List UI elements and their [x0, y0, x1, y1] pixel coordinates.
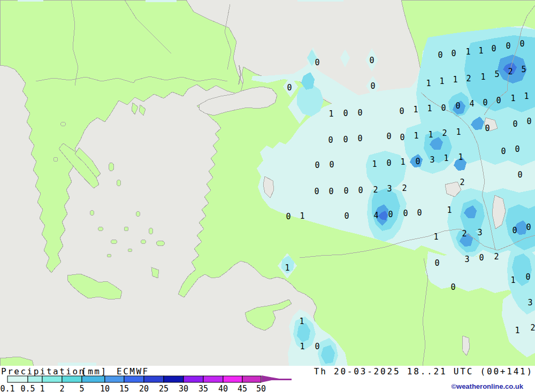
precip-value-label: 0 [526, 117, 531, 126]
footer-bar: Precipitation [mm] ECMWF Th 20-03-2025 1… [0, 366, 535, 392]
precip-value-label: 0 [438, 50, 442, 60]
precip-value-label: 1 [465, 47, 470, 57]
precip-value-label: 1 [456, 127, 461, 137]
scale-tick-label: 45 [238, 384, 247, 392]
scale-segment [223, 376, 242, 382]
precip-value-label: 0 [400, 133, 404, 142]
precip-value-label: 4 [373, 211, 378, 220]
scale-tick-label: 2 [59, 384, 64, 392]
copyright-label: ©weatheronline.co.uk [451, 382, 523, 390]
precip-value-label: 3 [464, 255, 469, 264]
precip-value-label: 0 [369, 56, 374, 65]
precip-value-label: 1 [426, 79, 431, 88]
scale-segment [203, 376, 223, 382]
precip-value-label: 0 [286, 212, 291, 221]
precip-value-label: 0 [415, 157, 420, 166]
precip-value-label: 1 [413, 105, 418, 114]
precip-value-label: 0 [512, 226, 517, 235]
precip-value-label: 3 [528, 298, 532, 308]
precip-value-label: 0 [287, 83, 292, 93]
scale-tick-label: 25 [159, 384, 169, 392]
precip-value-label: 0 [526, 222, 531, 232]
scale-segment [62, 376, 82, 382]
precip-value-label: 1 [439, 76, 444, 86]
datetime-label: Th 20-03-2025 18..21 UTC (00+141) [314, 366, 533, 376]
precip-value-label: 1 [285, 263, 289, 273]
precip-value-label: 0 [515, 144, 519, 154]
scale-tick-label: 0.1 [0, 384, 14, 392]
scale-segment [144, 376, 164, 382]
color-scale-bar [0, 366, 300, 383]
precip-value-label: 2 [442, 128, 447, 138]
precip-value-label: 1 [299, 317, 304, 326]
scale-segment [124, 376, 144, 382]
scale-tick-label: 5 [79, 384, 84, 392]
precip-value-label: 1 [372, 159, 377, 169]
scale-segment [184, 376, 203, 382]
precip-value-label: 0 [388, 210, 393, 219]
precip-value-label: 1 [300, 211, 304, 221]
scale-tick-label: 20 [139, 384, 149, 392]
precip-value-label: 2 [402, 183, 407, 193]
precip-value-label: 0 [434, 258, 439, 268]
precip-value-label: 5 [494, 70, 499, 79]
precip-value-label: 4 [469, 99, 474, 109]
precip-value-label: 0 [370, 81, 375, 91]
precip-value-label: 0 [329, 160, 334, 170]
scale-tick-label: 40 [218, 384, 228, 392]
precip-value-label: 0 [506, 41, 510, 51]
precip-value-label: 0 [525, 272, 530, 282]
scale-segment [242, 376, 261, 382]
precip-value-label: 0 [519, 39, 524, 49]
scale-segment [164, 376, 184, 382]
precip-value-label: 0 [357, 134, 362, 143]
precip-value-label: 0 [450, 282, 455, 292]
scale-segment [42, 376, 62, 382]
precip-value-label: 5 [521, 65, 526, 74]
precip-value-label: 0 [357, 108, 362, 118]
scale-segment [7, 376, 28, 382]
scale-arrow-tail [262, 379, 292, 380]
precip-value-label: 1 [300, 342, 304, 351]
precip-value-label: 0 [513, 119, 517, 129]
precip-value-label: 0 [343, 135, 348, 144]
precip-value-label: 0 [358, 186, 363, 195]
precip-value-label: 1 [447, 205, 452, 215]
scale-segment [82, 376, 105, 382]
precipitation-map: 0000100000000110001112152501100400110112… [0, 0, 535, 366]
precip-value-label: 0 [403, 209, 408, 218]
precip-value-label: 0 [451, 49, 456, 58]
scale-segments [7, 376, 261, 382]
precip-value-label: 0 [386, 158, 391, 168]
scale-tick-label: 15 [119, 384, 129, 392]
precip-value-label: 2 [462, 229, 467, 239]
precip-value-label: 0 [485, 124, 490, 133]
precip-value-label: 1 [428, 130, 433, 140]
precip-value-label: 3 [430, 155, 434, 165]
precip-value-label: 0 [501, 147, 506, 156]
scale-tick-label: 10 [100, 384, 110, 392]
precip-value-label: 2 [530, 323, 535, 333]
precip-value-label: 3 [477, 228, 482, 237]
scale-tick-label: 50 [256, 384, 266, 392]
scale-tick-label: 1 [40, 384, 44, 392]
precip-value-label: 0 [399, 106, 404, 116]
scale-segment [105, 376, 124, 382]
precip-value-label: 0 [417, 208, 422, 218]
precip-value-label: 3 [387, 184, 392, 194]
precip-value-label: 1 [510, 94, 515, 103]
precip-value-label: 0 [455, 101, 460, 111]
precip-value-label: 1 [524, 91, 529, 101]
weather-map-app: 0000100000000110001112152501100400110112… [0, 0, 535, 392]
precip-value-label: 0 [328, 135, 333, 145]
precip-value-label: 0 [386, 132, 391, 141]
precip-value-label: 1 [510, 275, 515, 285]
precip-value-label: 0 [315, 342, 319, 351]
precip-value-label: 1 [444, 153, 448, 163]
precip-value-label: 0 [491, 44, 496, 53]
scale-tick-label: 30 [179, 384, 188, 392]
scale-tick-label: 0.5 [20, 384, 35, 392]
precip-value-label: 0 [314, 187, 319, 196]
precip-value-label: 1 [328, 109, 333, 119]
map-canvas: 0000100000000110001112152501100400110112… [0, 0, 535, 366]
